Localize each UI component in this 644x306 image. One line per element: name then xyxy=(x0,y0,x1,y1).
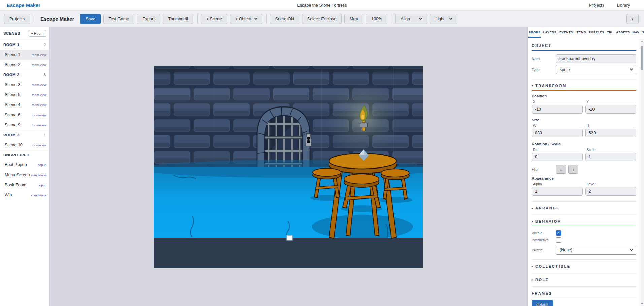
appearance-label: Appearance xyxy=(532,176,636,181)
rot-label: Rot xyxy=(532,148,583,152)
export-button[interactable]: Export xyxy=(137,14,160,24)
theme-select[interactable]: Light xyxy=(430,14,457,24)
sidebar-item-scene-6[interactable]: Scene 6 room-view xyxy=(0,110,49,120)
info-button[interactable]: i xyxy=(626,14,639,24)
save-button[interactable]: Save xyxy=(80,14,101,24)
sidebar-item-win[interactable]: Win standalone xyxy=(0,190,49,200)
h-label: H xyxy=(585,124,637,128)
tab-items[interactable]: ITEMS xyxy=(575,30,586,38)
tab-props[interactable]: PROPS xyxy=(528,30,541,38)
flip-label: Flip xyxy=(532,167,556,171)
size-w-input[interactable] xyxy=(532,129,583,137)
puzzle-select[interactable]: (None) xyxy=(556,246,636,255)
room-group-header[interactable]: ROOM 3 1 xyxy=(0,130,49,140)
nav-library-link[interactable]: Library xyxy=(617,3,630,8)
scene-tag: popup xyxy=(38,163,46,167)
alpha-input[interactable] xyxy=(532,187,583,196)
x-label: X xyxy=(532,100,583,104)
add-scene-button[interactable]: + Scene xyxy=(201,14,227,24)
flip-vertical-button[interactable]: ↕ xyxy=(568,165,578,174)
scene-tag: room-view xyxy=(32,63,46,67)
type-label: Type xyxy=(532,68,556,72)
transform-section-header[interactable]: ▾ TRANSFORM xyxy=(532,83,636,88)
scroll-down-arrow-icon[interactable]: ▼ xyxy=(640,303,644,305)
selection-handle[interactable] xyxy=(287,235,292,240)
visible-checkbox[interactable]: ✓ xyxy=(556,230,561,236)
tab-tpl[interactable]: TPL xyxy=(607,30,614,38)
toolbar-separator xyxy=(197,14,198,24)
tab-settings[interactable]: SETTINGS xyxy=(642,30,644,38)
scene-canvas[interactable] xyxy=(154,66,423,268)
object-type-select[interactable]: sprite xyxy=(556,65,636,74)
rotation-input[interactable] xyxy=(532,153,583,161)
position-y-input[interactable] xyxy=(585,105,637,114)
tab-nav[interactable]: NAV xyxy=(632,30,640,38)
interactive-checkbox[interactable] xyxy=(556,237,561,243)
scene-label: Scene 4 xyxy=(5,102,20,107)
sidebar-item-scene-9[interactable]: Scene 9 room-view xyxy=(0,120,49,130)
map-button[interactable]: Map xyxy=(344,14,363,24)
scroll-up-arrow-icon[interactable]: ▲ xyxy=(640,40,644,42)
ungrouped-header[interactable]: UNGROUPED xyxy=(0,150,49,160)
section-title: COLLECTIBLE xyxy=(535,264,571,268)
sidebar-item-scene-3[interactable]: Scene 3 room-view xyxy=(0,80,49,90)
layer-input[interactable] xyxy=(585,187,637,196)
scene-label: Book Zoom xyxy=(5,183,26,187)
scene-label: Scene 2 xyxy=(5,62,20,67)
scene-tag: room-view xyxy=(32,113,46,117)
scene-tag: room-view xyxy=(32,103,46,107)
keyhole[interactable] xyxy=(306,134,311,146)
test-game-button[interactable]: Test Game xyxy=(103,14,134,24)
room-group-header[interactable]: ROOM 2 5 xyxy=(0,70,49,80)
scene-tag: standalone xyxy=(31,193,46,197)
scene-label: Menu Screen xyxy=(5,173,30,177)
object-name-input[interactable] xyxy=(556,54,636,63)
scale-input[interactable] xyxy=(585,153,637,161)
size-label: Size xyxy=(532,118,636,122)
sidebar-item-scene-2[interactable]: Scene 2 room-view xyxy=(0,60,49,70)
thumbnail-button[interactable]: Thumbnail xyxy=(163,14,193,24)
add-room-button[interactable]: + Room xyxy=(28,30,46,37)
select-mode-button[interactable]: Select: Enclose xyxy=(302,14,342,24)
flip-horizontal-button[interactable]: ↔ xyxy=(556,165,566,174)
snap-toggle-button[interactable]: Snap: ON xyxy=(270,14,299,24)
size-h-input[interactable] xyxy=(585,129,637,137)
inspector-panel: PROPS LAYERS EVENTS ITEMS PUZZLES TPL AS… xyxy=(527,27,644,306)
arrange-section-header[interactable]: ▸ ARRANGE xyxy=(532,206,636,210)
tab-layers[interactable]: LAYERS xyxy=(543,30,557,38)
scrollbar-thumb[interactable] xyxy=(641,46,643,70)
zoom-level-button[interactable]: 100% xyxy=(366,14,387,24)
section-title: ROLE xyxy=(535,278,549,282)
chevron-down-icon xyxy=(449,17,453,20)
sidebar-item-boot-popup[interactable]: Boot Popup popup xyxy=(0,160,49,170)
tab-puzzles[interactable]: PUZZLES xyxy=(588,30,605,38)
tab-assets[interactable]: ASSETS xyxy=(616,30,630,38)
sidebar-item-book-zoom[interactable]: Book Zoom popup xyxy=(0,180,49,190)
name-row: Name xyxy=(532,54,636,63)
frame-default-button[interactable]: default xyxy=(532,300,553,306)
gate[interactable] xyxy=(257,107,310,168)
projects-button[interactable]: Projects xyxy=(4,14,30,24)
behavior-section-header[interactable]: ▾ BEHAVIOR xyxy=(532,219,636,224)
collectible-section-header[interactable]: ▸ COLLECTIBLE xyxy=(532,264,636,269)
tab-events[interactable]: EVENTS xyxy=(559,30,573,38)
room-group-header[interactable]: ROOM 1 2 xyxy=(0,40,49,50)
align-select[interactable]: Align xyxy=(395,14,427,24)
chevron-down-icon xyxy=(630,248,633,251)
panel-scrollbar[interactable]: ▲ ▼ xyxy=(640,39,644,306)
sidebar-item-menu-screen[interactable]: Menu Screen standalone xyxy=(0,170,49,180)
sidebar-title: SCENES xyxy=(3,31,20,35)
nav-projects-link[interactable]: Projects xyxy=(589,3,604,8)
sidebar-item-scene-1[interactable]: Scene 1 room-view xyxy=(0,50,49,60)
sidebar-item-scene-4[interactable]: Scene 4 room-view xyxy=(0,100,49,110)
collapse-arrow-icon: ▾ xyxy=(532,220,533,223)
sidebar-item-scene-10[interactable]: Scene 10 room-view xyxy=(0,140,49,150)
app-brand[interactable]: Escape Maker xyxy=(7,2,40,8)
w-label: W xyxy=(532,124,583,128)
room-count: 1 xyxy=(44,133,46,137)
position-x-input[interactable] xyxy=(532,105,583,114)
role-section-header[interactable]: ▸ ROLE xyxy=(532,277,636,282)
add-object-dropdown[interactable]: + Object xyxy=(230,14,262,24)
sidebar-item-scene-5[interactable]: Scene 5 room-view xyxy=(0,90,49,100)
torch[interactable] xyxy=(327,82,401,156)
